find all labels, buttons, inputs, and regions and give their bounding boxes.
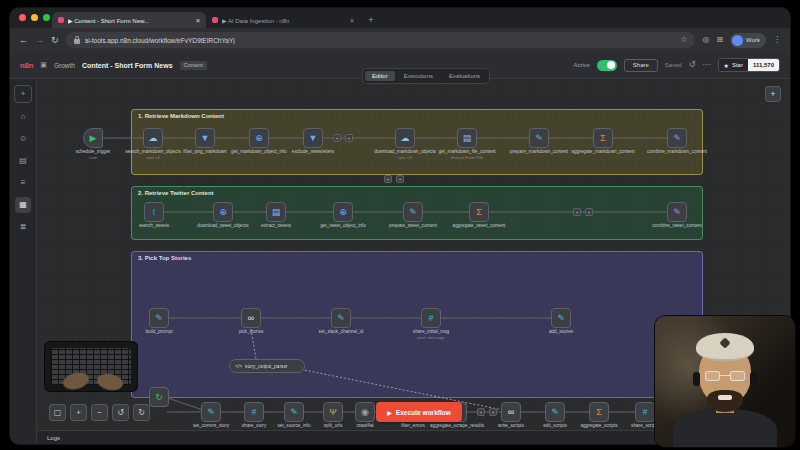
tab-editor[interactable]: Editor xyxy=(365,71,395,81)
workflow-node-filter_png_markdown[interactable]: ▼filter_png_markdown xyxy=(195,128,215,148)
workflow-node-split_urls[interactable]: Ψsplit_urls xyxy=(323,402,343,422)
node-label: get_markdown_file_content xyxy=(438,149,495,154)
pencil-icon: ✎ xyxy=(409,208,417,217)
workflow-node-pick_stories[interactable]: ∞pick_stories xyxy=(241,308,261,328)
tab-close-icon[interactable]: × xyxy=(350,17,354,24)
plus-icon: + xyxy=(398,176,402,182)
workflow-node-set_source_info[interactable]: ✎set_source_info xyxy=(284,402,304,422)
workflow-title[interactable]: Content - Short Form News xyxy=(82,62,173,69)
workflow-node-share_story[interactable]: #share_story xyxy=(244,402,264,422)
sidebar-layers-icon[interactable]: ▦ xyxy=(15,197,31,213)
bookmark-star-icon[interactable]: ☆ xyxy=(680,36,687,44)
node-box: Σ xyxy=(589,402,609,422)
workflow-node-aggregate_markdown_content[interactable]: Σaggregate_markdown_content xyxy=(593,128,613,148)
workflow-node-loop_items[interactable]: ↻ xyxy=(149,387,169,407)
workflow-node-prepare_markdown_content[interactable]: ✎prepare_markdown_content xyxy=(529,128,549,148)
cloud-icon: ☁ xyxy=(149,134,158,143)
browser-profile-chip[interactable]: Work xyxy=(730,33,766,48)
screen: ▶ Content - Short Form New...×▶ AI Data … xyxy=(0,0,800,450)
workflow-node-aggregate_tweet_content[interactable]: Σaggregate_tweet_content xyxy=(469,202,489,222)
minimize-window-button[interactable] xyxy=(31,14,38,21)
connector-node[interactable]: + xyxy=(477,408,485,416)
star-count: 111,570 xyxy=(748,59,779,71)
workflow-node-aggregate_scripts[interactable]: Σaggregate_scripts xyxy=(589,402,609,422)
workflow-node-schedule_trigger[interactable]: ▶schedule_triggercron xyxy=(83,128,103,148)
workflow-node-combine_markdown_content[interactable]: ✎combine_markdown_content xyxy=(667,128,687,148)
workflow-node-build_prompt[interactable]: ✎build_prompt xyxy=(149,308,169,328)
browser-menu-icon[interactable]: ⋮ xyxy=(773,36,781,44)
history-icon[interactable]: ↺ xyxy=(689,61,696,69)
add-node-button[interactable]: + xyxy=(765,86,781,102)
workflow-node-write_scripts[interactable]: ∞write_scripts xyxy=(501,402,521,422)
workflow-node-get_markdown_object_info[interactable]: ⊕get_markdown_object_info xyxy=(249,128,269,148)
workflow-node-share_initial_msg[interactable]: #share_initial_msgpost: message xyxy=(421,308,441,328)
zoom-in-button[interactable]: + xyxy=(70,404,87,421)
connector-node[interactable]: + xyxy=(573,208,581,216)
tab-executions[interactable]: Executions xyxy=(397,71,440,81)
address-field[interactable]: ai-tools.app.n8n.cloud/workflow/eFvYD9tE… xyxy=(66,32,696,48)
node-box: ✎ xyxy=(545,402,565,422)
connector-node[interactable]: + xyxy=(585,208,593,216)
execute-workflow-button[interactable]: ▶ Execute workflow xyxy=(376,402,462,422)
back-icon[interactable]: ← xyxy=(19,36,28,45)
sidebar-templates-icon[interactable]: ≡ xyxy=(15,175,31,191)
new-tab-button[interactable]: + xyxy=(364,13,378,27)
sigma-icon: Σ xyxy=(476,208,482,217)
profile-avatar xyxy=(732,35,743,46)
undo-button[interactable]: ↺ xyxy=(112,404,129,421)
code-icon: </> xyxy=(235,364,242,369)
github-star-widget[interactable]: ★ Star 111,570 xyxy=(718,58,780,72)
url-text: ai-tools.app.n8n.cloud/workflow/eFvYD9tE… xyxy=(85,37,676,44)
n8n-logo[interactable]: n8n xyxy=(20,61,33,70)
more-menu-icon[interactable]: ⋯ xyxy=(703,61,711,69)
active-toggle[interactable] xyxy=(597,60,617,71)
sidebar-overview-icon[interactable]: ⌂ xyxy=(15,109,31,125)
workflow-node-download_tweet_objects[interactable]: ⊕download_tweet_objects xyxy=(213,202,233,222)
workflow-node-get_tweet_object_info[interactable]: ⊕get_tweet_object_info xyxy=(333,202,353,222)
workspace-name[interactable]: Growth xyxy=(54,62,75,69)
connector-node[interactable]: + xyxy=(396,175,404,183)
extensions-icon[interactable]: ⊞ xyxy=(716,36,723,44)
close-window-button[interactable] xyxy=(19,14,26,21)
node-box: t xyxy=(144,202,164,222)
workflow-node-set_current_story[interactable]: ✎set_current_story xyxy=(201,402,221,422)
share-button[interactable]: Share xyxy=(624,59,658,72)
workflow-node-prepare_tweet_content[interactable]: ✎prepare_tweet_content xyxy=(403,202,423,222)
workflow-node-story_output_parser[interactable]: </>story_output_parser xyxy=(229,359,305,373)
workflow-node-get_markdown_file_content[interactable]: ▤get_markdown_file_contentExtract From F… xyxy=(457,128,477,148)
connector-node[interactable]: + xyxy=(345,134,353,142)
workflow-node-edit_scripts[interactable]: ✎edit_scripts xyxy=(545,402,565,422)
forward-icon[interactable]: → xyxy=(35,36,44,45)
connector-node[interactable]: + xyxy=(489,408,497,416)
browser-tab[interactable]: ▶ Content - Short Form New...× xyxy=(52,12,206,28)
workflow-node-crawl4ai[interactable]: ◉crawl4ai xyxy=(355,402,375,422)
workflow-tag[interactable]: Content xyxy=(180,61,207,70)
node-box: + xyxy=(396,175,404,183)
sidebar-projects-icon[interactable]: ▤ xyxy=(15,153,31,169)
passwords-icon[interactable]: ◎ xyxy=(702,36,709,44)
fit-view-button[interactable]: ▢ xyxy=(49,404,66,421)
tab-close-icon[interactable]: × xyxy=(196,17,200,24)
connector-node[interactable]: + xyxy=(384,175,392,183)
connector-node[interactable]: + xyxy=(333,134,341,142)
tab-evaluations[interactable]: Evaluations xyxy=(442,71,487,81)
workflow-node-search_markdown_objects[interactable]: ☁search_markdown_objectsaws s3 xyxy=(143,128,163,148)
workflow-node-add_stories[interactable]: ✎add_stories xyxy=(551,308,571,328)
redo-button[interactable]: ↻ xyxy=(133,404,150,421)
sidebar-personal-icon[interactable]: ☺ xyxy=(15,131,31,147)
node-box: ✎ xyxy=(403,202,423,222)
workflow-node-search_tweets[interactable]: tsearch_tweets xyxy=(144,202,164,222)
workflow-node-extract_tweets[interactable]: ▤extract_tweets xyxy=(266,202,286,222)
workflow-node-download_markdown_objects[interactable]: ☁download_markdown_objectsaws s3 xyxy=(395,128,415,148)
reload-icon[interactable]: ↻ xyxy=(51,36,59,45)
workflow-node-combine_tweet_content[interactable]: ✎combine_tweet_content xyxy=(667,202,687,222)
zoom-out-button[interactable]: − xyxy=(91,404,108,421)
workflow-node-exclude_newsletters[interactable]: ▼exclude_newsletters xyxy=(303,128,323,148)
workflow-node-share_scripts[interactable]: #share_scripts xyxy=(635,402,655,422)
sidebar-data-tables-icon[interactable]: ≣ xyxy=(15,219,31,235)
sidebar-create-icon[interactable]: + xyxy=(14,85,32,103)
workflow-node-set_slack_channel_id[interactable]: ✎set_slack_channel_id xyxy=(331,308,351,328)
maximize-window-button[interactable] xyxy=(43,14,50,21)
pencil-icon: ✎ xyxy=(557,314,565,323)
browser-tab[interactable]: ▶ AI Data Ingestion - n8n× xyxy=(206,12,360,28)
